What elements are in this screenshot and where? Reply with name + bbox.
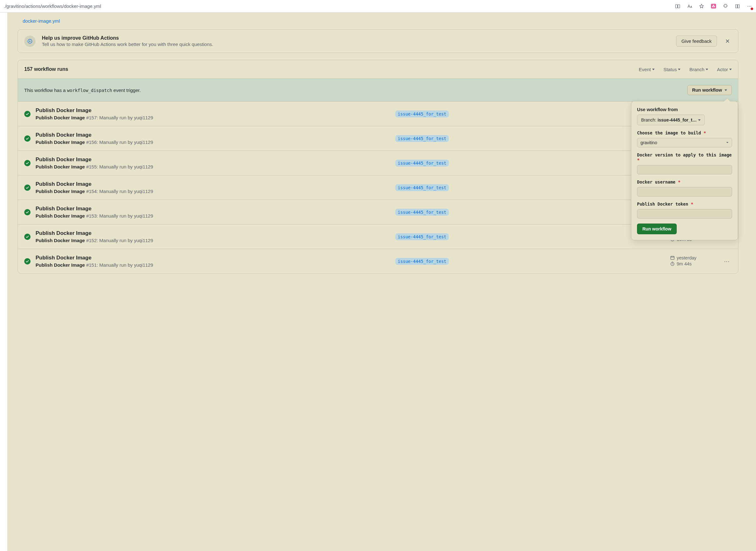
success-check-icon [24, 233, 31, 240]
svg-rect-1 [678, 4, 680, 8]
docker-version-input[interactable] [637, 165, 732, 174]
banner-title: Help us improve GitHub Actions [42, 35, 670, 41]
branch-col: issue-4445_for_test [179, 110, 665, 117]
stopwatch-icon [670, 261, 675, 266]
run-title[interactable]: Publish Docker Image [36, 255, 174, 261]
publish-token-input[interactable] [637, 209, 732, 218]
runs-header: 157 workflow runs Event Status Branch Ac… [18, 60, 738, 79]
workflow-run-row[interactable]: Publish Docker ImagePublish Docker Image… [18, 151, 738, 175]
chevron-down-icon [678, 69, 680, 70]
feedback-banner: Help us improve GitHub Actions Tell us h… [18, 29, 738, 53]
chevron-down-icon [729, 69, 732, 70]
branch-label[interactable]: issue-4445_for_test [395, 233, 449, 240]
run-workflow-submit-button[interactable]: Run workflow [637, 223, 677, 234]
banner-subtitle: Tell us how to make GitHub Actions work … [42, 42, 670, 47]
branch-col: issue-4445_for_test [179, 233, 665, 240]
popover-use-from-label: Use workflow from [637, 107, 732, 112]
favorite-icon[interactable] [699, 3, 704, 9]
chevron-down-icon [698, 119, 701, 121]
label-docker-username: Docker username * [637, 179, 732, 184]
success-check-icon [24, 135, 31, 142]
run-title[interactable]: Publish Docker Image [36, 107, 174, 114]
run-workflow-popover: Use workflow from Branch: issue-4445_for… [631, 101, 738, 240]
workflow-run-row[interactable]: Publish Docker ImagePublish Docker Image… [18, 249, 738, 273]
run-subtitle: Publish Docker Image #156: Manually run … [36, 139, 174, 145]
run-count: 157 workflow runs [24, 66, 68, 72]
success-check-icon [24, 184, 31, 191]
url-fragment: ./gravitino/actions/workflows/docker-ima… [4, 3, 101, 9]
workflow-run-row[interactable]: Publish Docker ImagePublish Docker Image… [18, 102, 738, 126]
branch-col: issue-4445_for_test [179, 184, 665, 191]
label-docker-version: Docker version to apply to this image * [637, 152, 732, 162]
branch-selector[interactable]: Branch: issue-4445_for_t… [637, 115, 705, 125]
run-subtitle: Publish Docker Image #153: Manually run … [36, 213, 174, 218]
collections-icon[interactable] [675, 3, 680, 9]
run-main: Publish Docker ImagePublish Docker Image… [36, 181, 174, 194]
docker-username-input[interactable] [637, 187, 732, 196]
branch-label[interactable]: issue-4445_for_test [395, 209, 449, 216]
give-feedback-button[interactable]: Give feedback [676, 36, 717, 47]
workflow-run-row[interactable]: Publish Docker ImagePublish Docker Image… [18, 200, 738, 224]
branch-label[interactable]: issue-4445_for_test [395, 184, 449, 191]
workflow-run-row[interactable]: Publish Docker ImagePublish Docker Image… [18, 224, 738, 249]
branch-col: issue-4445_for_test [179, 160, 665, 166]
reading-list-icon[interactable] [735, 3, 740, 9]
run-main: Publish Docker ImagePublish Docker Image… [36, 107, 174, 120]
run-title[interactable]: Publish Docker Image [36, 156, 174, 163]
run-title[interactable]: Publish Docker Image [36, 132, 174, 138]
run-title[interactable]: Publish Docker Image [36, 230, 174, 236]
filter-bar: Event Status Branch Actor [639, 67, 732, 72]
workflow-run-row[interactable]: Publish Docker ImagePublish Docker Image… [18, 175, 738, 200]
svg-rect-0 [675, 4, 677, 8]
run-subtitle: Publish Docker Image #157: Manually run … [36, 115, 174, 120]
workflow-file-link[interactable]: docker-image.yml [18, 13, 60, 29]
workflow-run-row[interactable]: Publish Docker ImagePublish Docker Image… [18, 126, 738, 151]
kebab-menu-icon[interactable]: ⋯ [722, 258, 732, 265]
text-size-icon[interactable] [687, 3, 692, 9]
image-select[interactable]: gravitino [637, 138, 732, 147]
branch-col: issue-4445_for_test [179, 258, 665, 265]
run-title[interactable]: Publish Docker Image [36, 205, 174, 212]
success-check-icon [24, 258, 31, 264]
browser-toolbar-icons: ⁂ ⋯ [675, 3, 752, 9]
run-subtitle: Publish Docker Image #151: Manually run … [36, 262, 174, 267]
branch-label[interactable]: issue-4445_for_test [395, 135, 449, 142]
chevron-down-icon [706, 69, 708, 70]
label-choose-image: Choose the image to build * [637, 130, 732, 135]
filter-event[interactable]: Event [639, 67, 655, 72]
success-check-icon [24, 209, 31, 215]
run-workflow-button[interactable]: Run workflow [687, 85, 732, 95]
filter-actor[interactable]: Actor [717, 67, 732, 72]
run-main: Publish Docker ImagePublish Docker Image… [36, 230, 174, 243]
calendar-icon [670, 255, 675, 260]
run-subtitle: Publish Docker Image #152: Manually run … [36, 238, 174, 243]
translate-badge[interactable]: ⁂ [711, 3, 716, 9]
branch-col: issue-4445_for_test [179, 209, 665, 216]
branch-label[interactable]: issue-4445_for_test [395, 160, 449, 166]
run-subtitle: Publish Docker Image #155: Manually run … [36, 164, 174, 169]
browser-chrome-top: ./gravitino/actions/workflows/docker-ima… [0, 0, 756, 13]
dispatch-text: This workflow has a workflow_dispatch ev… [24, 87, 141, 93]
label-publish-token: Publish Docker token * [637, 201, 732, 206]
extensions-icon[interactable] [723, 3, 728, 9]
run-title[interactable]: Publish Docker Image [36, 181, 174, 187]
branch-label[interactable]: issue-4445_for_test [395, 258, 449, 265]
svg-rect-5 [671, 256, 674, 259]
run-main: Publish Docker ImagePublish Docker Image… [36, 156, 174, 169]
run-main: Publish Docker ImagePublish Docker Image… [36, 132, 174, 145]
close-icon[interactable]: ✕ [723, 36, 732, 47]
filter-status[interactable]: Status [663, 67, 681, 72]
play-circle-icon [24, 36, 36, 47]
run-main: Publish Docker ImagePublish Docker Image… [36, 205, 174, 218]
success-check-icon [24, 160, 31, 166]
success-check-icon [24, 111, 31, 117]
runs-box: 157 workflow runs Event Status Branch Ac… [18, 60, 738, 273]
filter-branch[interactable]: Branch [689, 67, 708, 72]
more-icon[interactable]: ⋯ [747, 3, 752, 9]
branch-label[interactable]: issue-4445_for_test [395, 110, 449, 117]
chevron-down-icon [725, 89, 727, 91]
run-main: Publish Docker ImagePublish Docker Image… [36, 255, 174, 267]
run-meta: yesterday9m 44s [670, 255, 717, 267]
dispatch-trigger-row: This workflow has a workflow_dispatch ev… [18, 79, 738, 102]
chevron-down-icon [652, 69, 655, 70]
